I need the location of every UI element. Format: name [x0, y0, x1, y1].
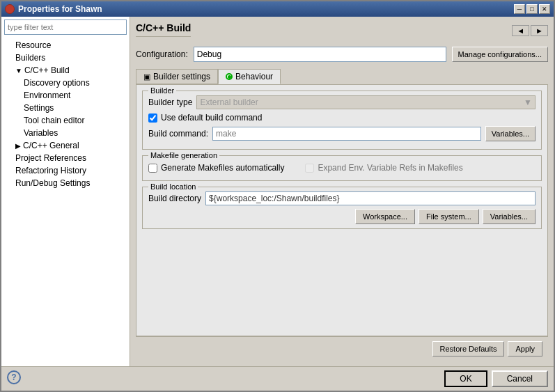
workspace-button[interactable]: Workspace...: [355, 209, 415, 224]
sidebar-item-cpp-build[interactable]: ▼ C/C++ Build: [4, 64, 127, 77]
sidebar-item-toolchain-editor[interactable]: Tool chain editor: [4, 114, 127, 127]
right-panel: C/C++ Build ◄ ► Configuration: Debug Man…: [130, 17, 554, 366]
close-button[interactable]: ✕: [539, 4, 550, 14]
makefile-section-label: Makefile generation: [148, 151, 219, 159]
use-default-row: Use default build command: [148, 113, 536, 123]
configuration-select-wrapper: Debug: [194, 47, 446, 62]
cpp-general-label: C/C++ General: [23, 141, 79, 150]
ok-cancel-bar: ? OK Cancel: [1, 366, 554, 391]
filter-input[interactable]: [4, 19, 127, 35]
makefile-section: Makefile generation Generate Makefiles a…: [142, 155, 542, 181]
tabs-row: ▣ Builder settings Behaviour: [136, 69, 548, 84]
expand-env-row: Expand Env. Variable Refs in Makefiles: [305, 163, 462, 173]
builders-label: Builders: [15, 53, 45, 63]
sidebar-item-refactoring-history[interactable]: Refactoring History: [4, 164, 127, 177]
cpp-build-label: C/C++ Build: [24, 65, 70, 75]
builder-type-label: Builder type: [148, 97, 192, 107]
sidebar-item-settings[interactable]: Settings: [4, 102, 127, 114]
build-command-variables-button[interactable]: Variables...: [485, 126, 536, 141]
build-command-label: Build command:: [148, 129, 208, 139]
sidebar-item-environment[interactable]: Environment: [4, 89, 127, 102]
window-icon: [5, 4, 15, 14]
apply-button[interactable]: Apply: [508, 341, 542, 356]
generate-makefiles-row: Generate Makefiles automatically: [148, 163, 284, 173]
configuration-label: Configuration:: [136, 49, 188, 59]
generate-makefiles-checkbox[interactable]: [148, 164, 157, 173]
filesystem-button[interactable]: File system...: [419, 209, 479, 224]
build-location-label: Build location: [148, 182, 198, 191]
discovery-label: Discovery options: [24, 78, 90, 88]
nav-back-button[interactable]: ◄: [512, 25, 529, 36]
builder-settings-tab-label: Builder settings: [153, 72, 210, 81]
minimize-button[interactable]: ─: [514, 4, 525, 14]
bottom-bar: Restore Defaults Apply: [136, 336, 548, 361]
nav-arrows: ◄ ►: [512, 25, 548, 36]
window-body: Resource Builders ▼ C/C++ Build Discover…: [1, 17, 554, 366]
maximize-button[interactable]: □: [526, 4, 538, 14]
toolchain-label: Tool chain editor: [24, 116, 84, 125]
builder-type-value: External builder: [200, 97, 258, 107]
cancel-button[interactable]: Cancel: [492, 370, 548, 387]
sidebar-item-project-references[interactable]: Project References: [4, 152, 127, 164]
expand-icon: ▼: [15, 67, 22, 75]
behaviour-tab-radio-inner: [228, 75, 231, 79]
tab-builder-settings[interactable]: ▣ Builder settings: [136, 69, 218, 84]
sidebar-item-variables[interactable]: Variables: [4, 127, 127, 139]
use-default-checkbox[interactable]: [148, 113, 157, 123]
build-directory-label: Build directory: [148, 194, 201, 203]
build-location-buttons: Workspace... File system... Variables...: [148, 209, 536, 224]
behaviour-tab-label: Behaviour: [235, 72, 273, 81]
builder-section: Builder Builder type External builder ▼ …: [142, 91, 542, 150]
build-command-row: Build command: Variables...: [148, 126, 536, 141]
sidebar-item-run-debug[interactable]: Run/Debug Settings: [4, 177, 127, 189]
variables-label: Variables: [24, 128, 58, 138]
manage-configurations-button[interactable]: Manage configurations...: [452, 47, 548, 62]
expand-env-label: Expand Env. Variable Refs in Makefiles: [318, 163, 462, 173]
help-button[interactable]: ?: [7, 370, 21, 384]
expand-env-checkbox: [305, 164, 314, 173]
panel-title: C/C++ Build: [136, 22, 191, 37]
configuration-select[interactable]: Debug: [194, 47, 446, 62]
builder-section-label: Builder: [148, 86, 176, 95]
settings-label: Settings: [24, 103, 54, 113]
behaviour-tab-radio: [226, 73, 233, 80]
expand-icon-general: ▶: [15, 142, 21, 150]
builder-type-row: Builder type External builder ▼: [148, 95, 536, 109]
project-references-label: Project References: [15, 153, 86, 163]
configuration-row: Configuration: Debug Manage configuratio…: [136, 47, 548, 62]
sidebar-item-discovery-options[interactable]: Discovery options: [4, 77, 127, 89]
build-directory-row: Build directory: [148, 191, 536, 205]
refactoring-label: Refactoring History: [15, 166, 86, 175]
left-panel: Resource Builders ▼ C/C++ Build Discover…: [1, 17, 130, 366]
bottom-right-buttons: Restore Defaults Apply: [432, 341, 542, 356]
build-location-section: Build location Build directory Workspace…: [142, 187, 542, 229]
sidebar-item-resource[interactable]: Resource: [4, 39, 127, 52]
use-default-label: Use default build command: [161, 113, 262, 123]
properties-window: Properties for Shawn ─ □ ✕ Resource Buil…: [0, 0, 555, 392]
restore-defaults-button[interactable]: Restore Defaults: [432, 341, 505, 356]
run-debug-label: Run/Debug Settings: [15, 178, 90, 188]
builder-settings-tab-icon: ▣: [143, 72, 150, 81]
sidebar-item-cpp-general[interactable]: ▶ C/C++ General: [4, 139, 127, 152]
build-directory-input[interactable]: [205, 191, 536, 205]
environment-label: Environment: [24, 91, 70, 100]
dropdown-arrow-icon: ▼: [524, 97, 532, 107]
ok-button[interactable]: OK: [444, 370, 487, 387]
location-variables-button[interactable]: Variables...: [483, 209, 536, 224]
sidebar-item-builders[interactable]: Builders: [4, 52, 127, 64]
content-panel: Builder Builder type External builder ▼ …: [136, 84, 548, 336]
build-command-input[interactable]: [212, 127, 481, 141]
nav-forward-button[interactable]: ►: [531, 25, 548, 36]
tab-behaviour[interactable]: Behaviour: [218, 69, 281, 84]
generate-makefiles-label: Generate Makefiles automatically: [161, 163, 284, 173]
window-controls: ─ □ ✕: [514, 4, 550, 14]
window-title: Properties for Shawn: [18, 4, 102, 14]
resource-label: Resource: [15, 40, 51, 50]
title-bar: Properties for Shawn ─ □ ✕: [1, 1, 554, 17]
builder-type-dropdown[interactable]: External builder ▼: [196, 95, 536, 109]
